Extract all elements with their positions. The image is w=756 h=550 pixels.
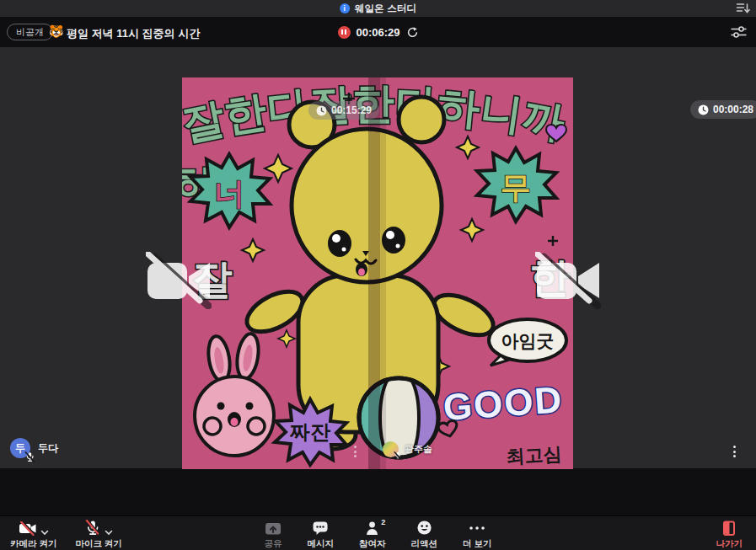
leave-group: 나가기 [716, 521, 743, 550]
window-title-group: i 웨일온 스터디 [340, 0, 417, 17]
main-controls-group: 공유 메시지 2 [265, 521, 492, 550]
mic-toggle-label: 마이크 켜기 [75, 538, 121, 550]
chat-bubble-icon [312, 521, 329, 536]
app-window: 잘한다잘한다하니까 하 너 무 잘 한 [0, 0, 756, 550]
control-toolbar: 카메라 켜기 마이크 켜기 [0, 515, 756, 550]
svg-text:너: 너 [214, 176, 244, 211]
message-label: 메시지 [308, 538, 335, 550]
session-header: 비공개 🐯 평일 저녁 11시 집중의 시간 00:06:29 [0, 17, 756, 47]
svg-text:무: 무 [501, 170, 531, 205]
mic-off-icon [84, 520, 101, 536]
more-dots-icon [469, 526, 485, 531]
mic-off-icon [24, 451, 35, 462]
chevron-down-icon[interactable] [105, 530, 113, 536]
participants-count-badge: 2 [381, 518, 385, 526]
share-button[interactable]: 공유 [265, 521, 282, 550]
session-title: 평일 저녁 11시 집중의 시간 [67, 26, 200, 41]
study-timer-value: 00:15:29 [331, 104, 372, 116]
svg-text:아임굿: 아임굿 [501, 331, 555, 350]
settings-sliders-icon[interactable] [730, 24, 748, 40]
clock-icon [316, 105, 327, 116]
av-controls-group: 카메라 켜기 마이크 켜기 [10, 521, 122, 550]
tile-more-button[interactable] [352, 444, 358, 459]
camera-toggle-label: 카메라 켜기 [10, 538, 56, 550]
refresh-icon[interactable] [406, 26, 419, 39]
signature-text: 최고심 [506, 443, 562, 467]
window-title: 웨일온 스터디 [355, 3, 417, 15]
reaction-button[interactable]: 리액션 [411, 521, 438, 550]
svg-text:짜잔: 짜잔 [289, 420, 330, 443]
leave-label: 나가기 [716, 538, 743, 550]
study-timer-badge: 00:15:29 [308, 101, 379, 120]
participant-name: 두다 [38, 441, 58, 456]
avatar: 두 [10, 438, 30, 458]
exit-door-icon [722, 521, 736, 536]
layout-sort-icon[interactable] [736, 2, 751, 15]
participants-label: 참여자 [359, 538, 386, 550]
participants-button[interactable]: 2 참여자 [359, 521, 386, 550]
avatar [383, 441, 399, 457]
tile-more-button[interactable] [732, 444, 737, 459]
participants-icon [365, 521, 379, 536]
study-timer-value: 00:00:28 [713, 104, 753, 115]
tile-seam [368, 77, 380, 469]
camera-off-icon [535, 252, 601, 309]
mic-off-icon [394, 451, 402, 460]
participant-name: 광주솔 [405, 443, 432, 456]
share-label: 공유 [265, 538, 282, 550]
session-timer-group: 00:06:29 [337, 17, 418, 47]
camera-off-artwork: 잘한다잘한다하니까 하 너 무 잘 한 [182, 77, 573, 469]
camera-off-icon [146, 252, 212, 309]
session-timer: 00:06:29 [356, 26, 399, 39]
screen-share-icon [265, 522, 281, 536]
clock-icon [698, 104, 709, 115]
more-button[interactable]: 더 보기 [463, 521, 491, 550]
more-label: 더 보기 [463, 538, 491, 550]
mic-toggle-button[interactable]: 마이크 켜기 [75, 521, 121, 550]
leave-button[interactable]: 나가기 [716, 521, 743, 550]
reaction-label: 리액션 [411, 538, 438, 550]
record-pause-icon [337, 26, 350, 39]
session-emoji: 🐯 [49, 24, 63, 38]
study-timer-badge: 00:00:28 [690, 100, 756, 119]
info-icon: i [340, 3, 350, 13]
privacy-badge: 비공개 [7, 24, 53, 40]
window-titlebar: i 웨일온 스터디 [0, 0, 756, 17]
camera-off-icon [19, 521, 37, 536]
camera-toggle-button[interactable]: 카메라 켜기 [10, 521, 56, 550]
smiley-icon [416, 520, 432, 536]
good-text: GOOD [442, 378, 565, 428]
participant-chip: 두 두다 [10, 438, 58, 458]
chevron-down-icon[interactable] [40, 530, 49, 536]
message-button[interactable]: 메시지 [308, 521, 335, 550]
participant-chip: 광주솔 [383, 441, 432, 457]
